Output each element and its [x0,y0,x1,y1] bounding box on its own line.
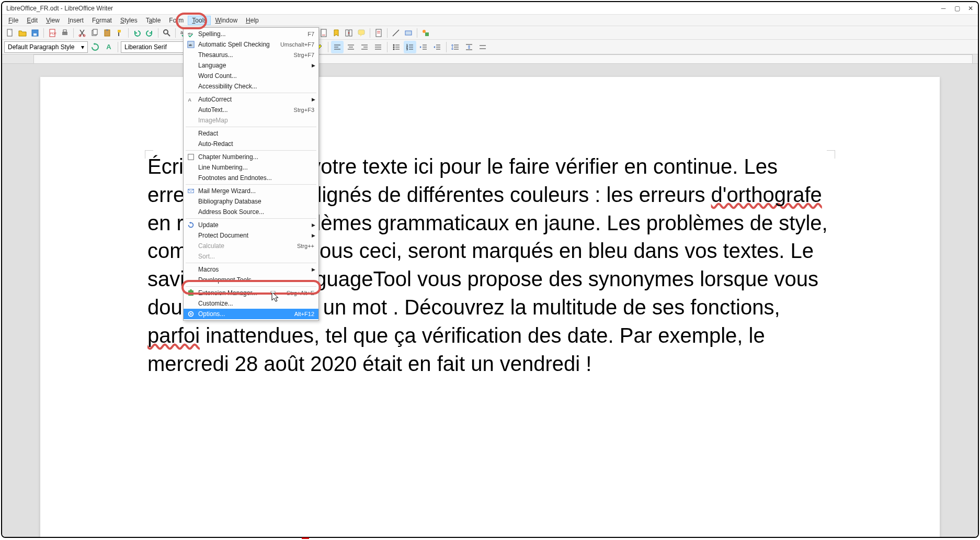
print-button[interactable] [59,27,71,39]
standard-toolbar: PDF abc ¶ A Ω [2,26,978,40]
menu-item-footnotes[interactable]: Footnotes and Endnotes... [184,173,318,183]
menu-item-word-count[interactable]: Word Count... [184,71,318,81]
menu-item-bibliography[interactable]: Bibliography Database [184,196,318,207]
titlebar: LibreOffice_FR.odt - LibreOffice Writer … [2,2,978,15]
menu-separator [186,93,316,93]
app-window: LibreOffice_FR.odt - LibreOffice Writer … [1,1,979,538]
menu-format[interactable]: Format [88,16,116,25]
insert-cross-ref-button[interactable] [343,27,355,39]
font-name-combo[interactable]: Liberation Serif [121,41,189,53]
document-area[interactable]: Écrivez ou collez votre texte ici pour l… [2,64,978,537]
menu-tools[interactable]: Tools [188,16,211,25]
menu-item-mailmerge[interactable]: Mail Merge Wizard... [184,186,318,196]
increase-indent-button[interactable] [417,41,430,53]
decrease-indent-button[interactable] [431,41,443,53]
align-justify-button[interactable] [372,41,384,53]
menu-table[interactable]: Table [142,16,165,25]
insert-bookmark-button[interactable] [331,27,342,39]
menu-item-customize[interactable]: Customize... [184,298,318,309]
align-left-button[interactable] [331,41,344,53]
menu-item-thesaurus[interactable]: Thesaurus...Strg+F7 [184,50,318,60]
close-button[interactable]: ✕ [967,5,974,12]
insert-comment-button[interactable] [356,27,367,39]
menu-item-options[interactable]: Options...Alt+F12 [184,309,318,319]
menu-help[interactable]: Help [242,16,263,25]
open-button[interactable] [17,27,28,39]
basic-shapes-button[interactable] [403,27,414,39]
paragraph-style-combo[interactable]: Default Paragraph Style▾ [4,41,88,53]
minimize-button[interactable]: ─ [940,5,947,12]
menu-window[interactable]: Window [211,16,242,25]
svg-rect-5 [62,32,67,35]
spelling-error-2[interactable]: parfoi [147,324,200,347]
menu-item-autoredact[interactable]: Auto-Redact [184,139,318,149]
redo-button[interactable] [144,27,155,39]
export-pdf-button[interactable]: PDF [47,27,58,39]
menu-insert[interactable]: Insert [64,16,88,25]
spelling-error-1[interactable]: d'orthografe [711,183,822,206]
svg-point-14 [164,30,168,34]
track-changes-button[interactable] [373,27,384,39]
menu-edit[interactable]: Edit [22,16,42,25]
save-button[interactable] [29,27,41,39]
menu-item-devtools[interactable]: Development Tools [184,275,318,285]
margin-marker-tl [145,150,153,159]
svg-text:ab: ab [189,43,192,47]
svg-rect-83 [188,154,194,160]
menu-separator [186,286,316,287]
svg-text:3: 3 [406,48,408,51]
cut-button[interactable] [76,27,88,39]
menu-item-language[interactable]: Language▶ [184,60,318,71]
maximize-button[interactable]: ▢ [954,5,960,12]
spellcheck-icon: abc [187,30,195,38]
formatting-toolbar: Default Paragraph Style▾ A Liberation Se… [2,40,978,54]
clone-formatting-button[interactable] [114,27,126,39]
menu-item-accessibility[interactable]: Accessibility Check... [184,81,318,92]
menu-item-addressbook[interactable]: Address Book Source... [184,207,318,217]
menu-item-extension-manager[interactable]: Extension Manager...Strg+Alt+E [184,288,318,298]
menu-item-macros[interactable]: Macros▶ [184,264,318,275]
numbered-list-button[interactable]: 123 [404,41,416,53]
paste-button[interactable] [101,27,113,39]
menu-item-protect[interactable]: Protect Document▶ [184,230,318,241]
svg-rect-2 [33,33,37,36]
new-style-button[interactable]: A [102,41,115,53]
svg-point-58 [393,48,395,50]
menu-item-update[interactable]: Update▶ [184,220,318,230]
menu-file[interactable]: File [4,16,22,25]
insert-line-button[interactable] [390,27,402,39]
menu-item-autocorrect[interactable]: A AutoCorrect▶ [184,94,318,105]
align-center-button[interactable] [345,41,357,53]
menu-item-line-numbering[interactable]: Line Numbering... [184,162,318,173]
menu-item-autotext[interactable]: AutoText...Strg+F3 [184,105,318,115]
insert-footnote-button[interactable] [318,27,329,39]
svg-rect-34 [346,30,348,36]
menu-item-calculate: CalculateStrg++ [184,241,318,251]
extension-icon [187,289,195,297]
decrease-para-spacing-button[interactable] [476,41,489,53]
new-doc-button[interactable] [4,27,16,39]
submenu-arrow-icon: ▶ [312,233,315,238]
line-spacing-button[interactable] [449,41,462,53]
ruler[interactable] [2,54,978,64]
find-button[interactable] [161,27,173,39]
window-title: LibreOffice_FR.odt - LibreOffice Writer [6,5,113,12]
menu-styles[interactable]: Styles [116,16,142,25]
menu-item-redact[interactable]: Redact [184,128,318,139]
menu-item-chapter-numbering[interactable]: Chapter Numbering... [184,152,318,162]
auto-spellcheck-icon: ab [187,40,195,49]
bullet-list-button[interactable] [390,41,403,53]
svg-rect-41 [425,32,429,36]
align-right-button[interactable] [358,41,371,53]
paragraph-spacing-button[interactable] [463,41,475,53]
menu-item-auto-spell[interactable]: ab Automatic Spell CheckingUmschalt+F7 [184,39,318,50]
show-draw-functions-button[interactable] [420,27,431,39]
svg-rect-39 [405,31,412,35]
update-style-button[interactable] [89,41,101,53]
menu-item-spelling[interactable]: abc Spelling...F7 [184,29,318,39]
tools-menu-dropdown: abc Spelling...F7 ab Automatic Spell Che… [183,27,319,321]
undo-button[interactable] [131,27,143,39]
menu-form[interactable]: Form [165,16,188,25]
copy-button[interactable] [89,27,100,39]
menu-view[interactable]: View [42,16,64,25]
